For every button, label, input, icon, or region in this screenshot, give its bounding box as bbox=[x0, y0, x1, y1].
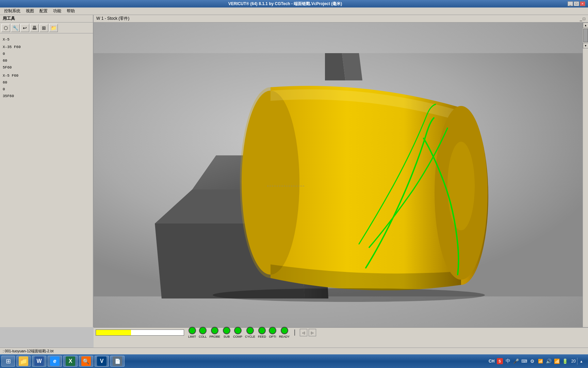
toolbar: ⬡ 🔧 ↩ 🖶 ⊞ 📁 bbox=[0, 22, 93, 33]
taskbar-app-folder[interactable]: 📁 bbox=[16, 356, 31, 367]
menu-bar: 控制系统 视图 配置 功能 帮助 bbox=[0, 7, 588, 15]
indicator-COLL[interactable]: COLL bbox=[199, 327, 207, 338]
svg-marker-1 bbox=[325, 53, 345, 80]
viewport-maximize-btn[interactable]: □ bbox=[583, 16, 585, 21]
indicator-OPTI[interactable]: OPTI bbox=[269, 327, 276, 338]
taskbar-settings-icon[interactable]: ⚙ bbox=[529, 358, 536, 365]
taskbar-sogou-icon[interactable]: S bbox=[496, 358, 503, 365]
toolbar-folder-btn[interactable]: 📁 bbox=[49, 24, 58, 32]
indicator-circle-ready bbox=[281, 327, 288, 334]
viewport-minimize-btn[interactable]: _ bbox=[580, 16, 582, 21]
menu-item-function[interactable]: 功能 bbox=[50, 7, 64, 15]
menu-item-control[interactable]: 控制系统 bbox=[1, 7, 23, 15]
indicator-circle-sub bbox=[223, 327, 230, 334]
taskbar-mic-icon[interactable]: 🎤 bbox=[513, 358, 520, 365]
main-progress-bar bbox=[294, 329, 295, 336]
toolbar-split-btn[interactable]: ⊞ bbox=[39, 24, 48, 32]
indicator-label-ready: READY bbox=[279, 335, 290, 338]
nav-back-btn[interactable]: ◁ bbox=[300, 329, 307, 336]
close-button[interactable]: ✕ bbox=[580, 1, 585, 6]
left-panel-title: 用工具 bbox=[0, 15, 93, 22]
menu-item-config[interactable]: 配置 bbox=[37, 7, 50, 15]
taskbar-show-desktop[interactable]: ▲ bbox=[577, 358, 584, 365]
scroll-thumb[interactable] bbox=[583, 29, 588, 42]
indicator-SUB[interactable]: SUB bbox=[223, 327, 230, 338]
indicator-READY[interactable]: READY bbox=[279, 327, 290, 338]
minimize-button[interactable]: _ bbox=[568, 1, 573, 6]
indicator-FEED[interactable]: FEED bbox=[258, 327, 266, 338]
code-line: 60 bbox=[1, 57, 92, 64]
status-message-bar: : 001-tuoyuan-12端面链戳-2.bt bbox=[0, 348, 588, 354]
taskbar-signal-icon[interactable]: 📶 bbox=[554, 358, 560, 365]
indicator-label-opti: OPTI bbox=[269, 335, 276, 338]
indicator-PROBE[interactable]: PROBE bbox=[210, 327, 220, 338]
scroll-down-btn[interactable]: ▼ bbox=[583, 43, 588, 48]
toolbar-tool-btn[interactable]: 🔧 bbox=[11, 24, 20, 32]
nav-forward-btn[interactable]: ▷ bbox=[309, 329, 316, 336]
scene-3d bbox=[94, 22, 588, 327]
indicator-label-cycle: CYCLE bbox=[245, 335, 255, 338]
taskbar-app-search[interactable]: 🔍 bbox=[79, 356, 93, 367]
taskbar-app-docs[interactable]: 📄 bbox=[110, 356, 125, 367]
taskbar-lang-ch[interactable]: CH bbox=[488, 358, 495, 365]
viewport-label: W 1 - Stock (零件) _ □ bbox=[94, 15, 588, 22]
code-list: X-5 X-35 F60 0 60 5F60 X-5 F60 60 0 35F6… bbox=[0, 33, 93, 102]
code-line: X-5 F60 bbox=[1, 72, 92, 79]
svg-point-13 bbox=[213, 288, 485, 302]
indicator-circle-cycle bbox=[246, 327, 254, 334]
bottom-status-bar: LIMIT COLL PROBE SUB COMP CYCLE bbox=[94, 327, 588, 348]
scroll-up-btn[interactable]: ▲ bbox=[583, 22, 588, 28]
code-line: 0 bbox=[1, 86, 92, 93]
indicator-CYCLE[interactable]: CYCLE bbox=[245, 327, 255, 338]
left-panel-title-text: 用工具 bbox=[3, 16, 15, 21]
viewport-scrollbar[interactable]: ▲ ▼ bbox=[583, 22, 588, 327]
svg-point-12 bbox=[447, 142, 475, 230]
scene-svg bbox=[94, 22, 588, 327]
taskbar-app-word[interactable]: W bbox=[32, 356, 46, 367]
toolbar-select-btn[interactable]: ⬡ bbox=[1, 24, 10, 32]
status-message-text: : 001-tuoyuan-12端面链戳-2.bt bbox=[3, 349, 53, 354]
toolbar-undo-btn[interactable]: ↩ bbox=[20, 24, 29, 32]
viewport-3d[interactable] bbox=[94, 22, 588, 327]
taskbar-clock: 20 bbox=[571, 359, 576, 364]
code-line: 35F60 bbox=[1, 93, 92, 99]
nav-buttons: ◁ ▷ bbox=[300, 329, 317, 336]
title-bar: VERICUT® (64) 8.1.1 by CGTech - 端面链戳.VcP… bbox=[0, 0, 588, 7]
progress-row: LIMIT COLL PROBE SUB COMP CYCLE bbox=[94, 328, 588, 337]
taskbar: ⊞ 📁 W e X 🔍 V 📄 CH S 中 🎤 ⌨ ⚙ 📶 🔊 📶 🔋 20 … bbox=[0, 354, 588, 368]
indicator-circle-comp bbox=[234, 327, 242, 334]
status-indicators: LIMIT COLL PROBE SUB COMP CYCLE bbox=[186, 327, 320, 338]
progress-bar-fill bbox=[96, 330, 131, 335]
taskbar-keyboard-icon[interactable]: ⌨ bbox=[521, 358, 528, 365]
taskbar-battery-icon[interactable]: 🔋 bbox=[562, 358, 569, 365]
indicator-circle-opti bbox=[269, 327, 276, 334]
menu-item-help[interactable]: 帮助 bbox=[64, 7, 78, 15]
toolbar-print-btn[interactable]: 🖶 bbox=[30, 24, 39, 32]
viewport-controls: _ □ bbox=[580, 16, 585, 21]
viewport-title: W 1 - Stock (零件) bbox=[96, 16, 129, 21]
indicator-label-sub: SUB bbox=[224, 335, 230, 338]
indicator-circle-coll bbox=[199, 327, 207, 334]
indicator-LIMIT[interactable]: LIMIT bbox=[188, 327, 196, 338]
taskbar-volume-icon[interactable]: 🔊 bbox=[545, 358, 552, 365]
indicator-COMP[interactable]: COMP bbox=[233, 327, 242, 338]
progress-bar bbox=[96, 329, 184, 336]
svg-marker-2 bbox=[342, 53, 362, 80]
code-line: 0 bbox=[1, 50, 92, 57]
taskbar-right: CH S 中 🎤 ⌨ ⚙ 📶 🔊 📶 🔋 20 ▲ bbox=[488, 358, 587, 365]
taskbar-app-ie[interactable]: e bbox=[48, 356, 62, 367]
taskbar-start[interactable]: ⊞ bbox=[1, 356, 15, 367]
taskbar-app-vericut[interactable]: V bbox=[95, 356, 109, 367]
indicator-label-limit: LIMIT bbox=[188, 335, 196, 338]
maximize-button[interactable]: □ bbox=[574, 1, 579, 6]
taskbar-app-excel[interactable]: X bbox=[63, 356, 78, 367]
indicator-circle-feed bbox=[258, 327, 266, 334]
indicator-label-coll: COLL bbox=[199, 335, 207, 338]
code-line: X-5 bbox=[1, 36, 92, 43]
window-controls: _ □ ✕ bbox=[568, 1, 585, 6]
taskbar-wifi-icon[interactable]: 📶 bbox=[537, 358, 544, 365]
left-panel: 用工具 ⬡ 🔧 ↩ 🖶 ⊞ 📁 X-5 X-35 F60 0 60 5F60 X… bbox=[0, 15, 94, 327]
taskbar-input-icon[interactable]: 中 bbox=[505, 358, 511, 365]
indicator-label-probe: PROBE bbox=[210, 335, 220, 338]
menu-item-view[interactable]: 视图 bbox=[23, 7, 37, 15]
